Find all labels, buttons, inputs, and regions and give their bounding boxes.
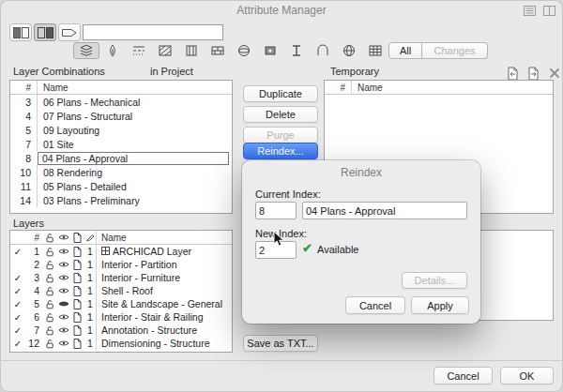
layer-combination-row[interactable]: 14 03 Plans - Preliminary: [10, 193, 232, 207]
layer-index: 12: [25, 338, 42, 349]
delete-x-icon[interactable]: [546, 66, 562, 81]
current-index-field[interactable]: [255, 202, 297, 219]
tab-all-button[interactable]: All: [388, 42, 422, 59]
tab-globe-icon[interactable]: [336, 42, 362, 59]
tab-building-materials-icon[interactable]: [205, 42, 231, 59]
layer-checkmark[interactable]: ✓: [10, 247, 25, 257]
lock-icon[interactable]: [42, 247, 56, 257]
layer-index: 2: [25, 259, 42, 270]
delete-button[interactable]: Delete: [243, 106, 318, 123]
layers-table: # Name ✓ 1 1: [9, 230, 233, 353]
tab-line-types-icon[interactable]: [126, 42, 152, 59]
layer-row[interactable]: ✓ 12 1 Dimensioning - Structure: [10, 337, 232, 350]
eye-icon[interactable]: [56, 313, 70, 321]
page-icon[interactable]: [70, 247, 84, 257]
lock-icon[interactable]: [42, 273, 56, 283]
eye-icon[interactable]: [56, 248, 70, 255]
tab-fill-types-icon[interactable]: [152, 42, 178, 59]
page-icon[interactable]: [70, 273, 84, 283]
reindex-button[interactable]: Reindex...: [243, 143, 318, 159]
list-options-icon[interactable]: [523, 5, 536, 16]
ok-button[interactable]: OK: [500, 367, 554, 384]
available-label: Available: [317, 244, 358, 255]
page-icon[interactable]: [70, 260, 84, 270]
view-toggle-tag-button[interactable]: [58, 23, 81, 41]
layer-row[interactable]: ✓ 6 1 Interior - Stair & Railing: [10, 310, 232, 324]
details-button[interactable]: Details...: [402, 272, 467, 289]
intersection-group-number: 1: [84, 246, 96, 257]
reindex-apply-button[interactable]: Apply: [411, 296, 469, 314]
view-toggle-left-list-button[interactable]: [9, 23, 32, 41]
tab-changes-button[interactable]: Changes: [422, 42, 488, 59]
page-icon[interactable]: [70, 312, 84, 323]
tab-table-icon[interactable]: [362, 42, 388, 59]
save-as-txt-button[interactable]: Save as TXT...: [243, 335, 318, 352]
combination-index: 5: [10, 125, 37, 136]
layer-row[interactable]: ✓ 3 1 Interior - Furniture: [10, 271, 232, 284]
tab-surfaces-icon[interactable]: [231, 42, 257, 59]
tab-zone-categories-icon[interactable]: [257, 42, 283, 59]
panel-options-icon[interactable]: [542, 5, 555, 16]
attribute-name-field[interactable]: [83, 24, 223, 40]
lock-icon[interactable]: [42, 260, 56, 270]
view-toggle-both-lists-button[interactable]: [34, 23, 56, 41]
layer-name-cell: Interior - Furniture: [96, 271, 232, 284]
lock-icon[interactable]: [42, 286, 56, 296]
intersection-group-number: 1: [84, 338, 96, 349]
eye-icon[interactable]: [56, 339, 70, 347]
tab-mep-systems-icon[interactable]: [310, 42, 336, 59]
layer-checkmark[interactable]: ✓: [10, 312, 25, 323]
layer-checkmark[interactable]: ✓: [10, 286, 25, 296]
page-icon: [70, 233, 84, 243]
layer-checkmark[interactable]: ✓: [10, 339, 25, 349]
tab-layers-icon[interactable]: [73, 42, 99, 59]
duplicate-button[interactable]: Duplicate: [243, 85, 318, 102]
page-icon[interactable]: [70, 339, 84, 349]
combination-name: 03 Plans - Preliminary: [37, 193, 232, 207]
layer-name-cell: Interior - Partition: [96, 258, 232, 271]
scope-label: in Project: [150, 66, 193, 77]
layer-checkmark[interactable]: ✓: [10, 325, 25, 336]
layer-combination-row[interactable]: 3 06 Plans - Mechanical: [10, 95, 232, 109]
eye-icon[interactable]: [56, 287, 70, 294]
layer-combination-row[interactable]: 11 05 Plans - Detailed: [10, 179, 232, 193]
combination-name: 01 Site: [37, 137, 232, 151]
layer-row[interactable]: 2 1 Interior - Partition: [10, 258, 232, 271]
layer-name-cell: ARCHICAD Layer: [96, 245, 232, 258]
page-icon[interactable]: [70, 286, 84, 296]
page-icon[interactable]: [70, 325, 84, 336]
layer-combination-row[interactable]: 7 01 Site: [10, 137, 232, 151]
layer-row[interactable]: ✓ 4 1 Shell - Roof: [10, 284, 232, 297]
eye-icon[interactable]: [56, 300, 70, 308]
eye-icon[interactable]: [56, 261, 70, 268]
current-name-field[interactable]: [302, 202, 467, 219]
layer-row[interactable]: ✓ 1 1 ARCHICAD Layer: [10, 245, 232, 258]
import-page-icon[interactable]: [505, 66, 521, 81]
layer-combination-row[interactable]: 8 04 Plans - Approval: [10, 151, 232, 165]
eye-icon[interactable]: [56, 274, 70, 281]
purge-button[interactable]: Purge: [243, 127, 318, 143]
layer-checkmark[interactable]: ✓: [10, 273, 25, 283]
layer-combination-row[interactable]: 10 08 Rendering: [10, 165, 232, 179]
export-page-icon[interactable]: [525, 66, 541, 81]
lock-icon[interactable]: [42, 325, 56, 336]
lock-icon[interactable]: [42, 299, 56, 309]
layer-row[interactable]: ✓ 5 1 Site & Landscape - General: [10, 297, 232, 310]
layer-row[interactable]: ✓ 7 1 Annotation - Structure: [10, 324, 232, 337]
tab-profiles-icon[interactable]: [283, 42, 310, 59]
pencil-icon: [84, 233, 96, 243]
layer-combination-row[interactable]: 5 09 Layouting: [10, 123, 232, 137]
eye-icon[interactable]: [56, 326, 70, 334]
lock-icon[interactable]: [42, 339, 56, 349]
lock-icon[interactable]: [42, 312, 56, 323]
layer-combination-row[interactable]: 4 07 Plans - Structural: [10, 109, 232, 123]
reindex-cancel-button[interactable]: Cancel: [345, 296, 405, 314]
temporary-header: # Name: [325, 81, 553, 95]
page-icon[interactable]: [70, 299, 84, 309]
cancel-button[interactable]: Cancel: [434, 367, 493, 384]
tab-pens-icon[interactable]: [99, 42, 126, 59]
tab-composites-icon[interactable]: [178, 42, 205, 59]
combination-index: 3: [10, 97, 37, 108]
layer-checkmark[interactable]: ✓: [10, 299, 25, 309]
layer-name: Shell - Roof: [101, 285, 153, 296]
